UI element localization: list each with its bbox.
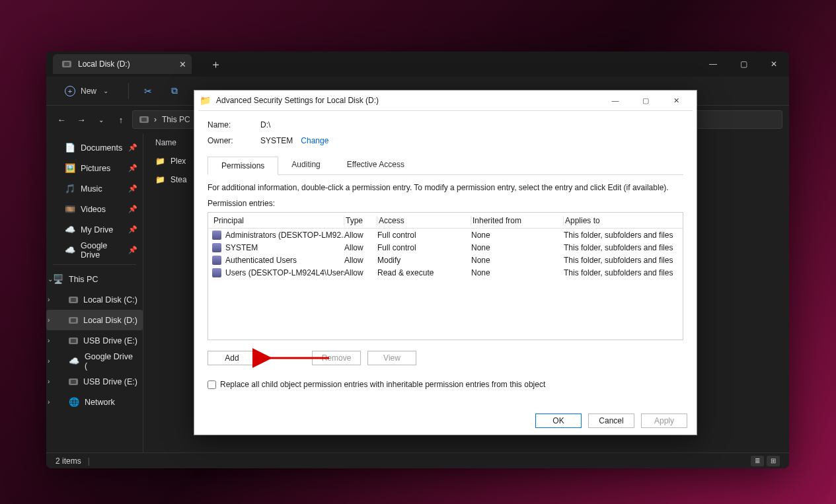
sidebar-item-gdrive[interactable]: ☁️Google Drive📌 [46,240,143,260]
sidebar: 📄Documents📌 🖼️Pictures📌 🎵Music📌 🎞️Videos… [46,133,143,452]
cut-icon[interactable]: ✂ [141,86,155,96]
principal-icon [212,231,221,240]
col-type[interactable]: Type [344,216,377,225]
dialog-footer: OK Cancel Apply [194,407,697,435]
sidebar-item-gdrive-mount[interactable]: ›☁️Google Drive ( [46,351,143,371]
list-view-button[interactable]: ≣ [751,456,764,466]
gdrive-icon: ☁️ [69,356,79,367]
close-button[interactable]: ✕ [759,52,789,77]
window-controls: — ▢ ✕ [698,52,789,77]
chevron-down-icon[interactable]: ⌄ [48,275,53,283]
principal-icon [212,256,221,265]
tab-title: Local Disk (D:) [78,59,130,69]
minimize-button[interactable]: — [698,52,728,77]
sidebar-item-network[interactable]: ›🌐Network [46,392,143,412]
new-tab-button[interactable]: ＋ [205,54,227,75]
add-button[interactable]: Add [208,351,256,365]
tab-close-icon[interactable]: ✕ [179,59,186,69]
music-icon: 🎵 [65,184,75,194]
status-items: 2 items [56,456,81,466]
sidebar-item-mydrive[interactable]: ☁️My Drive📌 [46,219,143,240]
annotation-arrow [263,351,336,365]
grid-view-button[interactable]: ⊞ [767,456,780,466]
sidebar-item-drive-c[interactable]: ›Local Disk (C:) [46,289,143,310]
dialog-title: Advanced Security Settings for Local Dis… [216,96,379,105]
folder-icon: 📁 [200,95,211,106]
sidebar-item-videos[interactable]: 🎞️Videos📌 [46,199,143,219]
ok-button[interactable]: OK [535,414,582,428]
replace-child-checkbox[interactable] [208,380,216,389]
pictures-icon: 🖼️ [65,163,75,174]
tab-permissions[interactable]: Permissions [208,157,278,175]
apply-button[interactable]: Apply [641,414,687,428]
disk-icon [69,317,78,324]
chevron-down-icon: ⌄ [103,87,108,94]
advanced-security-dialog: 📁 Advanced Security Settings for Local D… [194,90,697,435]
dialog-window-controls: — ▢ ✕ [600,90,691,110]
col-inherited[interactable]: Inherited from [471,216,564,225]
view-button[interactable]: View [367,351,416,365]
plus-icon: + [65,86,75,96]
chevron-right-icon[interactable]: › [48,357,50,365]
minimize-button[interactable]: — [600,90,630,110]
chevron-right-icon[interactable]: › [48,296,50,303]
pin-icon: 📌 [128,246,137,254]
dialog-titlebar[interactable]: 📁 Advanced Security Settings for Local D… [194,90,697,110]
sidebar-item-drive-d[interactable]: ›Local Disk (D:) [46,310,143,330]
gdrive-icon: ☁️ [65,245,75,256]
change-owner-link[interactable]: Change [301,136,328,145]
back-button[interactable]: ← [57,115,66,125]
col-principal[interactable]: Principal [212,216,344,225]
maximize-button[interactable]: ▢ [630,90,661,110]
owner-value: SYSTEM [260,136,293,145]
close-button[interactable]: ✕ [661,90,691,110]
tab-strip: Local Disk (D:) ✕ ＋ [46,52,789,77]
principal-icon [212,268,221,277]
chevron-right-icon[interactable]: › [48,337,50,344]
permission-table: Principal Type Access Inherited from App… [208,212,683,340]
col-applies[interactable]: Applies to [564,216,679,225]
status-bar: 2 items | ≣ ⊞ [46,452,789,468]
table-row[interactable]: SYSTEMAllowFull controlNoneThis folder, … [208,241,683,254]
forward-button[interactable]: → [77,115,86,125]
disk-icon [69,338,78,344]
drive-icon: ☁️ [65,225,75,235]
name-value: D:\ [260,120,270,129]
tab-auditing[interactable]: Auditing [278,156,333,174]
copy-icon[interactable]: ⧉ [167,85,182,96]
breadcrumb[interactable]: This PC [162,115,190,124]
documents-icon: 📄 [65,143,75,153]
separator [53,264,136,265]
tab-effective-access[interactable]: Effective Access [334,156,418,174]
sidebar-item-music[interactable]: 🎵Music📌 [46,178,143,199]
cancel-button[interactable]: Cancel [588,414,634,428]
pin-icon: 📌 [128,143,137,152]
pin-icon: 📌 [128,225,137,234]
col-access[interactable]: Access [377,216,471,225]
chevron-right-icon: › [154,115,157,124]
table-row[interactable]: Administrators (DESKTOP-LM92...AllowFull… [208,229,683,241]
chevron-right-icon[interactable]: › [48,378,50,385]
up-button[interactable]: ↑ [116,115,126,125]
table-row[interactable]: Users (DESKTOP-LM924L4\Users)AllowRead &… [208,266,683,279]
table-row[interactable]: Authenticated UsersAllowModifyNoneThis f… [208,254,683,266]
pc-icon: 🖥️ [53,274,63,285]
divider [128,83,129,99]
folder-icon: 📁 [155,175,165,184]
tabs: Permissions Auditing Effective Access [208,156,683,175]
name-label: Name: [208,120,260,129]
table-header: Principal Type Access Inherited from App… [208,213,683,229]
sidebar-item-usb-e-2[interactable]: ›USB Drive (E:) [46,371,143,392]
history-dropdown[interactable]: ⌄ [96,116,106,124]
chevron-right-icon[interactable]: › [48,398,50,406]
sidebar-item-usb-e[interactable]: ›USB Drive (E:) [46,330,143,351]
dialog-body: Name: D:\ Owner: SYSTEM Change Permissio… [198,110,693,407]
sidebar-item-pictures[interactable]: 🖼️Pictures📌 [46,158,143,178]
chevron-right-icon[interactable]: › [48,316,50,324]
maximize-button[interactable]: ▢ [728,52,759,77]
tab-active[interactable]: Local Disk (D:) ✕ [53,54,192,74]
sidebar-item-this-pc[interactable]: ⌄ 🖥️ This PC [46,269,143,289]
new-button[interactable]: + New ⌄ [57,83,116,99]
sidebar-item-documents[interactable]: 📄Documents📌 [46,137,143,158]
nav-arrows: ← → ⌄ ↑ [57,115,126,125]
